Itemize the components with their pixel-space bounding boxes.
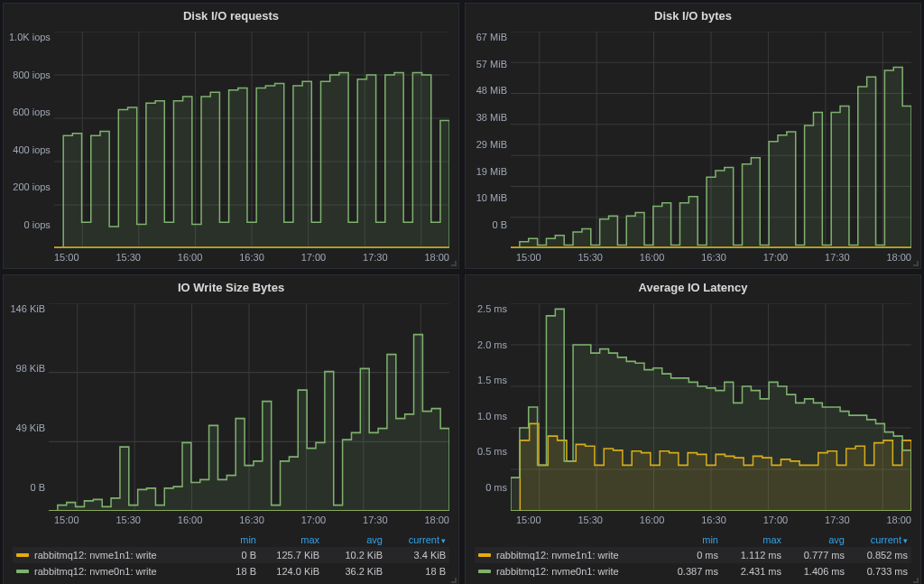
plot[interactable] (511, 32, 911, 248)
plot[interactable] (511, 303, 911, 511)
y-tick: 48 MiB (471, 85, 507, 96)
plot[interactable] (49, 303, 449, 511)
y-tick: 0 B (9, 482, 45, 493)
series-name: rabbitmq12: nvme1n1: write (34, 550, 157, 561)
legend-avg: 0.777 ms (781, 550, 845, 561)
x-axis: 15:0015:3016:0016:3017:0017:3018:00 (466, 248, 920, 268)
x-tick: 18:00 (886, 252, 911, 263)
x-tick: 16:30 (239, 252, 264, 263)
legend-row[interactable]: rabbitmq12: nvme0n1: write18 B124.0 KiB3… (13, 563, 449, 579)
legend-avg: 36.2 KiB (319, 566, 383, 577)
y-tick: 146 KiB (9, 303, 45, 314)
y-tick: 2.5 ms (471, 303, 507, 314)
legend-current: 3.4 KiB (383, 550, 446, 561)
legend-current: 18 B (383, 566, 446, 577)
x-tick: 17:30 (825, 514, 850, 525)
legend-header: minmaxavgcurrent (13, 533, 449, 547)
series-swatch (478, 570, 491, 573)
legend-col-min[interactable]: min (655, 534, 718, 545)
chart-area[interactable]: 2.5 ms2.0 ms1.5 ms1.0 ms0.5 ms0 ms (466, 296, 920, 511)
y-axis: 2.5 ms2.0 ms1.5 ms1.0 ms0.5 ms0 ms (466, 296, 511, 511)
legend-table: minmaxavgcurrentrabbitmq12: nvme1n1: wri… (466, 531, 920, 584)
x-axis: 15:0015:3016:0016:3017:0017:3018:00 (4, 511, 458, 531)
x-tick: 15:30 (116, 514, 141, 525)
y-tick: 0 ms (471, 482, 507, 493)
y-tick: 38 MiB (471, 112, 507, 123)
y-tick: 0 B (471, 219, 507, 230)
panel-title: Disk I/O requests (4, 4, 458, 24)
legend-col-max[interactable]: max (256, 534, 319, 545)
legend-max: 2.431 ms (718, 566, 781, 577)
x-tick: 16:30 (701, 514, 726, 525)
y-tick: 98 KiB (9, 363, 45, 374)
series-name: rabbitmq12: nvme0n1: write (34, 566, 157, 577)
y-tick: 400 iops (9, 144, 51, 155)
legend-row[interactable]: rabbitmq12: nvme1n1: write0 ms1.112 ms0.… (475, 547, 911, 563)
y-axis: 146 KiB98 KiB49 KiB0 B (4, 296, 49, 511)
legend-col-max[interactable]: max (718, 534, 781, 545)
chart-area[interactable]: 146 KiB98 KiB49 KiB0 B (4, 296, 458, 511)
x-tick: 16:00 (640, 252, 665, 263)
legend-col-current[interactable]: current (845, 534, 908, 545)
x-tick: 16:00 (178, 514, 203, 525)
y-tick: 600 iops (9, 107, 51, 117)
legend-min: 0 B (193, 550, 256, 561)
legend-col-avg[interactable]: avg (781, 534, 845, 545)
legend-col-avg[interactable]: avg (319, 534, 383, 545)
x-tick: 15:30 (116, 252, 141, 263)
legend-max: 1.112 ms (718, 550, 781, 561)
resize-handle-icon[interactable] (451, 261, 457, 266)
panel-disk-io-bytes: Disk I/O bytes67 MiB57 MiB48 MiB38 MiB29… (465, 3, 921, 269)
x-tick: 17:00 (301, 514, 327, 525)
legend-max: 124.0 KiB (256, 566, 319, 577)
legend-row[interactable]: rabbitmq12: nvme1n1: write0 B125.7 KiB10… (13, 547, 449, 563)
legend-row[interactable]: rabbitmq12: nvme0n1: write0.387 ms2.431 … (475, 563, 911, 579)
x-tick: 15:30 (578, 514, 603, 525)
y-tick: 0 iops (9, 219, 51, 230)
panel-title: Average IO Latency (466, 275, 920, 296)
y-tick: 1.0 ms (471, 411, 507, 422)
x-tick: 15:00 (54, 514, 79, 525)
legend-min: 18 B (193, 566, 256, 577)
x-tick: 15:00 (54, 252, 79, 263)
plot[interactable] (54, 32, 449, 248)
chart-area[interactable]: 67 MiB57 MiB48 MiB38 MiB29 MiB19 MiB10 M… (466, 24, 920, 248)
legend-min: 0.387 ms (655, 566, 718, 577)
x-tick: 17:00 (301, 252, 327, 263)
y-tick: 29 MiB (471, 139, 507, 150)
y-tick: 1.0K iops (9, 32, 51, 42)
legend-current: 0.733 ms (845, 566, 908, 577)
series-swatch (16, 570, 29, 573)
y-tick: 800 iops (9, 70, 51, 80)
x-tick: 17:30 (363, 252, 388, 263)
x-tick: 15:30 (578, 252, 603, 263)
y-tick: 10 MiB (471, 192, 507, 203)
legend-current: 0.852 ms (845, 550, 908, 561)
series-name: rabbitmq12: nvme0n1: write (496, 566, 619, 577)
resize-handle-icon[interactable] (913, 261, 919, 266)
panel-title: IO Write Size Bytes (4, 275, 458, 296)
x-tick: 17:30 (363, 514, 388, 525)
panel-avg-io-latency: Average IO Latency2.5 ms2.0 ms1.5 ms1.0 … (465, 274, 921, 584)
legend-col-current[interactable]: current (383, 534, 446, 545)
legend-header: minmaxavgcurrent (475, 533, 911, 547)
x-tick: 17:00 (763, 514, 789, 525)
chart-area[interactable]: 1.0K iops800 iops600 iops400 iops200 iop… (4, 24, 458, 248)
y-tick: 0.5 ms (471, 446, 507, 457)
x-tick: 16:30 (239, 514, 264, 525)
resize-handle-icon[interactable] (913, 578, 919, 583)
series-label[interactable]: rabbitmq12: nvme1n1: write (16, 550, 193, 561)
legend-col-min[interactable]: min (193, 534, 256, 545)
y-tick: 67 MiB (471, 32, 507, 42)
legend-min: 0 ms (655, 550, 718, 561)
y-tick: 57 MiB (471, 59, 507, 70)
resize-handle-icon[interactable] (451, 578, 457, 583)
x-tick: 16:00 (640, 514, 665, 525)
x-tick: 18:00 (886, 514, 911, 525)
series-label[interactable]: rabbitmq12: nvme0n1: write (478, 566, 655, 577)
y-tick: 2.0 ms (471, 339, 507, 350)
series-label[interactable]: rabbitmq12: nvme1n1: write (478, 550, 655, 561)
legend-avg: 1.406 ms (781, 566, 845, 577)
series-label[interactable]: rabbitmq12: nvme0n1: write (16, 566, 193, 577)
x-tick: 16:00 (178, 252, 203, 263)
